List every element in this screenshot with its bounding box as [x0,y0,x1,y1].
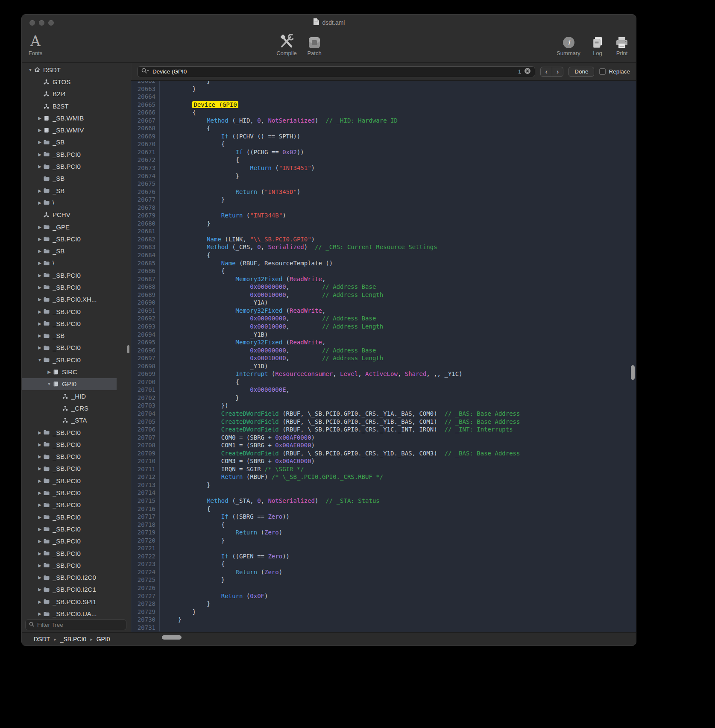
code-line[interactable]: 20681 [131,227,636,235]
disclosure-triangle[interactable]: ▶ [36,188,43,193]
code-line[interactable]: 20722 If ((GPEN == Zero)) [131,552,636,561]
code-line[interactable]: 20676 Return ("INT345D") [131,188,636,196]
code-line[interactable]: 20679 Return ("INT344B") [131,211,636,220]
disclosure-triangle[interactable]: ▶ [36,116,43,120]
code-line[interactable]: 20711 IRQN = SGIR /* \SGIR */ [131,465,636,473]
code-line[interactable]: 20725 } [131,576,636,584]
code-line[interactable]: 20668 { [131,124,636,132]
search-input[interactable]: Device (GPI0 1 [137,66,535,77]
tree-item-sb-pci0[interactable]: ▶_SB.PCI0 [22,438,131,450]
disclosure-triangle[interactable]: ▶ [36,309,43,314]
disclosure-triangle[interactable]: ▶ [36,587,43,592]
code-line[interactable]: 20699 Interrupt (ResourceConsumer, Level… [131,370,636,378]
code-line[interactable]: 20709 CreateDWordField (RBUF, \_SB.PCI0.… [131,449,636,458]
disclosure-triangle[interactable]: ▶ [36,128,43,132]
fonts-button[interactable]: A Fonts [22,32,49,56]
code-line[interactable]: 20682 Name (LINK, "\\_SB.PCI0.GPI0") [131,235,636,244]
disclosure-triangle[interactable]: ▶ [36,200,43,205]
tree-item-sb-pci0[interactable]: ▶_SB.PCI0 [22,233,131,245]
code-line[interactable]: 20728 } [131,600,636,608]
code-line[interactable]: 20695 Memory32Fixed (ReadWrite, [131,338,636,346]
code-line[interactable]: 20704 CreateDWordField (RBUF, \_SB.PCI0.… [131,410,636,418]
code-line[interactable]: 20694 _Y1B) [131,331,636,339]
code-line[interactable]: 20730 } [131,616,636,624]
code-line[interactable]: 20700 { [131,378,636,386]
code-line[interactable]: 20693 0x00010000, // Address Length [131,323,636,331]
tree-item-sb-wmib[interactable]: ▶_SB.WMIB [22,112,131,124]
code-line[interactable]: 20662 } [131,81,636,85]
code-line[interactable]: 20696 0x00000000, // Address Base [131,346,636,355]
tree-item-sb-pci0[interactable]: ▶_SB.PCI0 [22,426,131,438]
code-line[interactable]: 20707 COM0 = (SBRG + 0x00AF0000) [131,434,636,442]
compile-button[interactable]: Compile [274,32,299,56]
breadcrumb-item[interactable]: DSDT [34,636,50,643]
disclosure-triangle[interactable]: ▶ [36,466,43,471]
breadcrumb-item[interactable]: _SB.PCI0 [60,636,86,643]
disclosure-triangle[interactable]: ▶ [36,140,43,144]
disclosure-triangle[interactable]: ▶ [36,490,43,495]
code-line[interactable]: 20683 Method (_CRS, 0, Serialized) // _C… [131,243,636,251]
code-line[interactable]: 20678 [131,204,636,212]
disclosure-triangle[interactable]: ▶ [36,285,43,290]
code-line[interactable]: 20691 Memory32Fixed (ReadWrite, [131,307,636,315]
code-line[interactable]: 20685 Name (RBUF, ResourceTemplate () [131,259,636,267]
code-line[interactable]: 20708 COM1 = (SBRG + 0x00AE0000) [131,441,636,449]
code-line[interactable]: 20697 0x00010000, // Address Length [131,354,636,362]
filter-tree-field[interactable] [25,619,126,630]
find-next-button[interactable]: › [552,67,563,76]
code-line[interactable]: 20719 Return (Zero) [131,528,636,537]
tree-item-sb-pci0-xh[interactable]: ▶_SB.PCI0.XH... [22,294,131,305]
summary-button[interactable]: i Summary [554,32,583,56]
disclosure-triangle[interactable]: ▼ [36,358,43,362]
tree-item-sb-pci0[interactable]: ▶_SB.PCI0 [22,317,131,329]
disclosure-triangle[interactable]: ▶ [36,454,43,459]
disclosure-triangle[interactable]: ▶ [36,539,43,543]
code-line[interactable]: 20670 { [131,140,636,148]
code-line[interactable]: 20690 _Y1A) [131,299,636,307]
breadcrumb-item[interactable]: GPI0 [97,636,110,643]
disclosure-triangle[interactable]: ▼ [46,382,53,386]
tree-item-sb[interactable]: ▶_SB [22,136,131,148]
log-button[interactable]: Log [588,32,607,56]
disclosure-triangle[interactable]: ▶ [36,442,43,447]
code-line[interactable]: 20720 } [131,537,636,545]
tree-item-sb-pci0-i2c0[interactable]: ▶_SB.PCI0.I2C0 [22,571,131,583]
code-line[interactable]: 20689 0x00010000, // Address Length [131,291,636,299]
tree-item-pchv[interactable]: PCHV [22,209,131,221]
tree-item-sb-pci0[interactable]: ▶_SB.PCI0 [22,148,131,160]
search-icon[interactable] [141,68,149,76]
tree-item-sb-pci0[interactable]: ▼_SB.PCI0 [22,354,131,366]
tree-item-sb-pci0-spi1[interactable]: ▶_SB.PCI0.SPI1 [22,596,131,608]
code-line[interactable]: 20680 } [131,220,636,228]
tree-item-sta[interactable]: _STA [22,414,131,426]
clear-search-icon[interactable] [524,68,531,76]
tree-item-crs[interactable]: _CRS [22,402,131,414]
sidebar-scrollbar-thumb[interactable] [127,345,129,353]
code-line[interactable]: 20684 { [131,251,636,259]
tree-item-sb-pci0[interactable]: ▶_SB.PCI0 [22,547,131,559]
disclosure-triangle[interactable]: ▶ [36,575,43,580]
code-line[interactable]: 20718 { [131,521,636,529]
vertical-scrollbar-thumb[interactable] [631,365,635,380]
disclosure-triangle[interactable]: ▶ [36,333,43,338]
disclosure-triangle[interactable]: ▶ [36,599,43,604]
tree-item-gpi0[interactable]: ▼GPI0 [22,378,131,390]
code-line[interactable]: 20673 Return ("INT3451") [131,164,636,172]
disclosure-triangle[interactable]: ▼ [27,68,34,72]
code-line[interactable]: 20721 [131,544,636,552]
code-line[interactable]: 20727 Return (0x0F) [131,592,636,600]
code-line[interactable]: 20712 Return (RBUF) /* \_SB_.PCI0.GPI0._… [131,473,636,481]
disclosure-triangle[interactable]: ▶ [36,261,43,265]
tree-item-sb-pci0[interactable]: ▶_SB.PCI0 [22,463,131,475]
code-line[interactable]: 20686 { [131,267,636,275]
tree-item-sb-pci0[interactable]: ▶_SB.PCI0 [22,305,131,317]
disclosure-triangle[interactable]: ▶ [36,249,43,253]
code-line[interactable]: 20706 CreateDWordField (RBUF, \_SB.PCI0.… [131,426,636,434]
tree-item-sb-pci0[interactable]: ▶_SB.PCI0 [22,269,131,281]
tree-item-gtos[interactable]: GTOS [22,76,131,88]
tree-item-sb[interactable]: ▶_SB [22,245,131,257]
tree-item-[interactable]: ▶\ [22,257,131,269]
code-line[interactable]: 20692 0x00000000, // Address Base [131,314,636,323]
code-line[interactable]: 20703 }) [131,402,636,410]
tree-item-sb-pci0[interactable]: ▶_SB.PCI0 [22,499,131,511]
